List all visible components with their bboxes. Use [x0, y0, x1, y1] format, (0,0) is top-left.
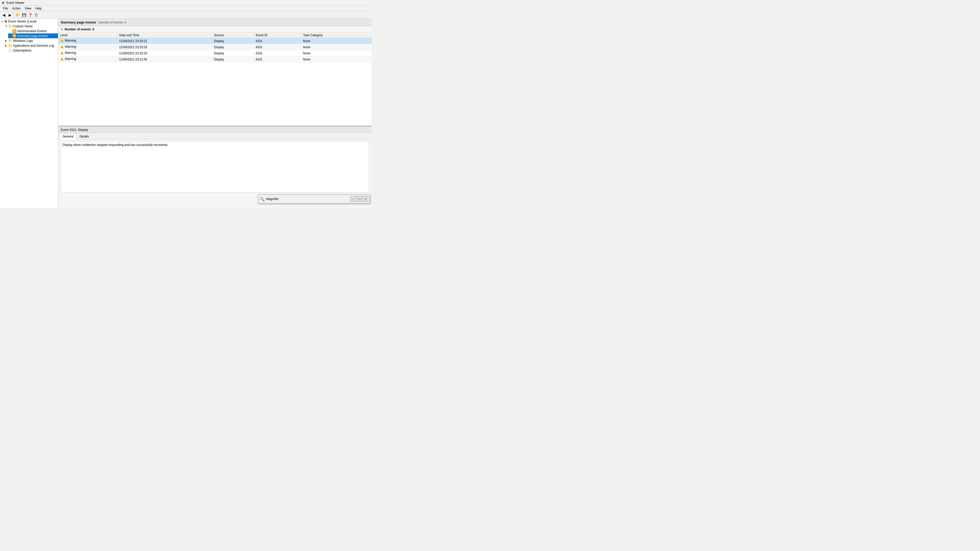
subscriptions-icon: 📄	[8, 48, 12, 52]
warning-label: Warning	[65, 57, 76, 61]
magnifier-title: Magnifier	[266, 197, 349, 201]
custom-views-icon: 📁	[8, 24, 12, 28]
warning-label: Warning	[65, 45, 76, 48]
col-source[interactable]: Source	[212, 33, 253, 38]
content-area: Summary page events Number of events: 4 …	[58, 19, 372, 208]
cell-taskcategory: None	[301, 38, 371, 44]
magnifier-buttons: − □ ×	[350, 196, 368, 202]
toggle-event-viewer-local[interactable]: ▼	[1, 20, 4, 23]
save-button[interactable]: 💾	[21, 12, 27, 18]
cell-taskcategory: None	[301, 56, 371, 62]
cell-source: Display	[212, 50, 253, 56]
cell-level: ! Warning	[58, 38, 117, 44]
filter-bar: ⧖ Number of events: 4	[58, 26, 372, 33]
detail-tabs: General Details	[58, 133, 372, 139]
sidebar-item-event-viewer-local[interactable]: ▼ 🖥 Event Viewer (Local)	[0, 19, 58, 24]
save-icon: 💾	[22, 13, 26, 17]
cell-source: Display	[212, 44, 253, 50]
cell-eventid: 4101	[254, 56, 301, 62]
sidebar-item-windows-logs[interactable]: ▶ 📁 Windows Logs	[4, 38, 58, 43]
cell-level: ! Warning	[58, 50, 117, 56]
cell-source: Display	[212, 38, 253, 44]
sidebar-item-applications-services[interactable]: ▶ 📁 Applications and Services Log	[4, 43, 58, 48]
admin-events-icon: 🔽	[12, 29, 16, 33]
event-viewer-local-label: Event Viewer (Local)	[8, 20, 37, 23]
table-row[interactable]: ! Warning 11/09/2021 23:12:45Display4101…	[58, 56, 372, 62]
col-datetime[interactable]: Date and Time	[117, 33, 212, 38]
sidebar-item-administrative-events[interactable]: ▶ 🔽 Administrative Events	[8, 29, 58, 33]
toggle-windows-logs[interactable]: ▶	[5, 39, 8, 42]
filter-text: Number of events: 4	[65, 27, 94, 31]
forward-icon: ▶	[9, 13, 11, 17]
col-eventid[interactable]: Event ID	[254, 33, 301, 38]
magnifier-minimize-button[interactable]: −	[350, 196, 356, 202]
back-icon: ◀	[3, 13, 5, 17]
warning-label: Warning	[65, 39, 76, 42]
custom-views-label: Custom Views	[13, 24, 32, 28]
svg-text:!: !	[62, 40, 62, 42]
tab-details[interactable]: Details	[77, 134, 92, 139]
cell-datetime: 11/09/2021 23:33:21	[117, 38, 212, 44]
content-subtitle: Number of events: 4	[99, 21, 126, 24]
event-viewer-local-icon: 🖥	[4, 19, 7, 23]
magnifier-restore-button[interactable]: □	[356, 196, 362, 202]
warning-triangle-icon: !	[60, 57, 64, 61]
table-row[interactable]: ! Warning 11/09/2021 23:33:21Display4101…	[58, 38, 372, 44]
toggle-applications-services[interactable]: ▶	[5, 44, 8, 47]
toolbar: ◀ ▶ 📂 💾 ❓ 🗒	[0, 11, 372, 19]
detail-text-box: Display driver nvlddmkm stopped respondi…	[61, 141, 369, 192]
toggle-custom-views[interactable]: ▼	[5, 25, 8, 27]
table-header-row: Level Date and Time Source Event ID Task…	[58, 33, 372, 38]
summary-events-icon: 🔽	[12, 34, 16, 38]
sidebar-item-custom-views[interactable]: ▼ 📁 Custom Views	[4, 24, 58, 29]
help-button[interactable]: ❓	[27, 12, 33, 18]
sidebar-item-summary-page-events[interactable]: ▶ 🔽 Summary page events	[8, 33, 58, 38]
cell-eventid: 4101	[254, 44, 301, 50]
magnifier-app-icon: 🔍	[259, 197, 265, 202]
content-title: Summary page events	[61, 21, 96, 24]
svg-text:!: !	[62, 58, 62, 60]
warning-icon-cell: ! Warning	[60, 51, 76, 55]
menu-view[interactable]: View	[23, 6, 33, 11]
back-button[interactable]: ◀	[1, 12, 6, 18]
menu-help[interactable]: Help	[33, 6, 44, 11]
toolbar-separator	[14, 13, 14, 17]
content-header: Summary page events Number of events: 4	[58, 19, 372, 26]
sidebar-item-subscriptions[interactable]: ▶ 📄 Subscriptions	[4, 48, 58, 53]
magnifier-window: 🔍 Magnifier − □ ×	[258, 194, 370, 203]
properties-icon: 🗒	[35, 13, 38, 17]
filter-icon: ⧖	[61, 27, 63, 32]
subscriptions-label: Subscriptions	[13, 49, 32, 52]
svg-text:!: !	[62, 46, 62, 48]
warning-triangle-icon: !	[60, 39, 64, 42]
forward-button[interactable]: ▶	[7, 12, 13, 18]
cell-source: Display	[212, 56, 253, 62]
col-taskcategory[interactable]: Task Category	[301, 33, 371, 38]
svg-text:!: !	[62, 52, 62, 54]
warning-triangle-icon: !	[60, 51, 64, 55]
menu-bar: File Action View Help	[0, 6, 372, 11]
warning-icon-cell: ! Warning	[60, 57, 76, 61]
admin-events-label: Administrative Events	[17, 29, 46, 33]
table-row[interactable]: ! Warning 11/09/2021 23:33:16Display4101…	[58, 44, 372, 50]
windows-logs-label: Windows Logs	[13, 39, 33, 43]
detail-message: Display driver nvlddmkm stopped respondi…	[62, 143, 168, 147]
sidebar-children-custom-views: ▶ 🔽 Administrative Events ▶ 🔽 Summary pa…	[4, 29, 58, 38]
menu-file[interactable]: File	[1, 6, 10, 11]
open-icon: 📂	[16, 13, 20, 17]
cell-level: ! Warning	[58, 44, 117, 50]
detail-header: Event 4101, Display	[58, 127, 372, 133]
cell-eventid: 4101	[254, 50, 301, 56]
menu-action[interactable]: Action	[10, 6, 22, 11]
sidebar: ▼ 🖥 Event Viewer (Local) ▼ 📁 Custom View…	[0, 19, 58, 208]
table-row[interactable]: ! Warning 11/09/2021 23:33:10Display4101…	[58, 50, 372, 56]
detail-header-text: Event 4101, Display	[61, 128, 88, 132]
cell-datetime: 11/09/2021 23:12:45	[117, 56, 212, 62]
properties-button[interactable]: 🗒	[33, 12, 39, 18]
open-button[interactable]: 📂	[15, 12, 21, 18]
app-icon: 🖥	[2, 1, 5, 5]
tab-general[interactable]: General	[60, 134, 76, 139]
col-level[interactable]: Level	[58, 33, 117, 38]
magnifier-close-button[interactable]: ×	[363, 196, 368, 202]
cell-eventid: 4101	[254, 38, 301, 44]
